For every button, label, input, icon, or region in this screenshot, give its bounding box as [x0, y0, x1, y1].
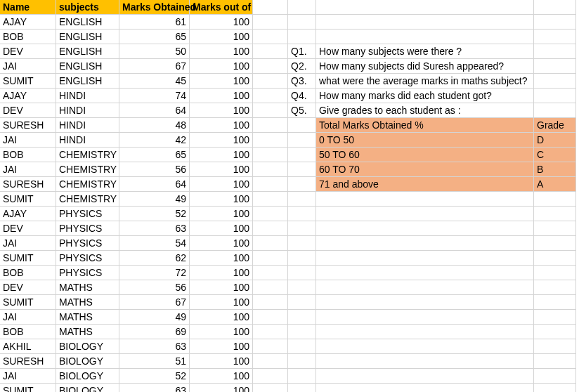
cell-subject[interactable]: HINDI [56, 133, 119, 148]
question-label[interactable]: Q4. [288, 89, 316, 103]
empty-cell[interactable] [534, 384, 576, 392]
empty-cell[interactable] [288, 325, 316, 339]
cell-marks[interactable]: 45 [119, 74, 190, 89]
cell-marks[interactable]: 65 [119, 30, 190, 44]
cell-subject[interactable]: CHEMISTRY [56, 162, 119, 177]
question-text[interactable]: Give grades to each student as : [316, 103, 534, 118]
empty-cell[interactable] [534, 30, 576, 44]
grade-letter[interactable]: C [534, 148, 576, 162]
cell-marks[interactable]: 64 [119, 103, 190, 118]
cell-subject[interactable]: ENGLISH [56, 30, 119, 44]
empty-cell[interactable] [288, 0, 316, 15]
cell-name[interactable]: SURESH [0, 118, 56, 133]
grade-letter[interactable]: B [534, 162, 576, 177]
cell-name[interactable]: AKHIL [0, 339, 56, 354]
cell-name[interactable]: AJAY [0, 207, 56, 221]
cell-marks[interactable]: 56 [119, 280, 190, 295]
empty-cell[interactable] [316, 280, 534, 295]
cell-name[interactable]: SURESH [0, 354, 56, 369]
cell-subject[interactable]: MATHS [56, 280, 119, 295]
header-name[interactable]: Name [0, 0, 56, 15]
cell-outof[interactable]: 100 [190, 59, 253, 74]
question-label[interactable]: Q5. [288, 103, 316, 118]
cell-name[interactable]: DEV [0, 221, 56, 236]
cell-outof[interactable]: 100 [190, 103, 253, 118]
header-marks-outof[interactable]: Marks out of [190, 0, 253, 15]
empty-cell[interactable] [288, 354, 316, 369]
cell-name[interactable]: SUMIT [0, 192, 56, 207]
cell-subject[interactable]: ENGLISH [56, 44, 119, 59]
question-text[interactable]: what were the average marks in maths sub… [316, 74, 534, 89]
empty-cell[interactable] [253, 192, 288, 207]
cell-outof[interactable]: 100 [190, 30, 253, 44]
cell-subject[interactable]: ENGLISH [56, 74, 119, 89]
cell-name[interactable]: SUMIT [0, 74, 56, 89]
cell-outof[interactable]: 100 [190, 369, 253, 384]
cell-outof[interactable]: 100 [190, 118, 253, 133]
cell-name[interactable]: BOB [0, 30, 56, 44]
cell-name[interactable]: AJAY [0, 89, 56, 103]
cell-outof[interactable]: 100 [190, 15, 253, 30]
empty-cell[interactable] [316, 354, 534, 369]
empty-cell[interactable] [534, 236, 576, 251]
empty-cell[interactable] [534, 295, 576, 310]
cell-marks[interactable]: 74 [119, 89, 190, 103]
cell-outof[interactable]: 100 [190, 236, 253, 251]
cell-name[interactable]: SURESH [0, 177, 56, 192]
header-subjects[interactable]: subjects [56, 0, 119, 15]
cell-subject[interactable]: CHEMISTRY [56, 177, 119, 192]
empty-cell[interactable] [316, 30, 534, 44]
empty-cell[interactable] [288, 310, 316, 325]
cell-marks[interactable]: 67 [119, 59, 190, 74]
empty-cell[interactable] [253, 207, 288, 221]
empty-cell[interactable] [288, 339, 316, 354]
cell-marks[interactable]: 63 [119, 339, 190, 354]
cell-outof[interactable]: 100 [190, 339, 253, 354]
empty-cell[interactable] [316, 384, 534, 392]
empty-cell[interactable] [316, 207, 534, 221]
empty-cell[interactable] [253, 118, 288, 133]
cell-outof[interactable]: 100 [190, 384, 253, 392]
empty-cell[interactable] [253, 280, 288, 295]
cell-marks[interactable]: 51 [119, 354, 190, 369]
empty-cell[interactable] [534, 251, 576, 266]
empty-cell[interactable] [253, 339, 288, 354]
cell-subject[interactable]: PHYSICS [56, 221, 119, 236]
empty-cell[interactable] [253, 310, 288, 325]
empty-cell[interactable] [288, 251, 316, 266]
cell-subject[interactable]: PHYSICS [56, 207, 119, 221]
cell-name[interactable]: BOB [0, 148, 56, 162]
empty-cell[interactable] [316, 251, 534, 266]
cell-marks[interactable]: 63 [119, 221, 190, 236]
cell-name[interactable]: BOB [0, 325, 56, 339]
empty-cell[interactable] [253, 266, 288, 280]
question-text[interactable]: How many subjects did Suresh appeared? [316, 59, 534, 74]
cell-name[interactable]: SUMIT [0, 251, 56, 266]
empty-cell[interactable] [253, 74, 288, 89]
cell-subject[interactable]: BIOLOGY [56, 384, 119, 392]
empty-cell[interactable] [316, 192, 534, 207]
empty-cell[interactable] [534, 325, 576, 339]
empty-cell[interactable] [253, 221, 288, 236]
cell-outof[interactable]: 100 [190, 295, 253, 310]
cell-name[interactable]: JAI [0, 310, 56, 325]
empty-cell[interactable] [316, 266, 534, 280]
empty-cell[interactable] [288, 15, 316, 30]
question-label[interactable]: Q2. [288, 59, 316, 74]
cell-subject[interactable]: ENGLISH [56, 59, 119, 74]
empty-cell[interactable] [253, 0, 288, 15]
cell-name[interactable]: DEV [0, 103, 56, 118]
empty-cell[interactable] [534, 221, 576, 236]
empty-cell[interactable] [253, 15, 288, 30]
grade-header-percent[interactable]: Total Marks Obtained % [316, 118, 534, 133]
empty-cell[interactable] [534, 44, 576, 59]
cell-marks[interactable]: 56 [119, 162, 190, 177]
cell-subject[interactable]: MATHS [56, 295, 119, 310]
empty-cell[interactable] [534, 15, 576, 30]
cell-name[interactable]: DEV [0, 280, 56, 295]
question-label[interactable]: Q1. [288, 44, 316, 59]
cell-subject[interactable]: BIOLOGY [56, 354, 119, 369]
cell-subject[interactable]: MATHS [56, 325, 119, 339]
empty-cell[interactable] [288, 295, 316, 310]
cell-marks[interactable]: 50 [119, 44, 190, 59]
